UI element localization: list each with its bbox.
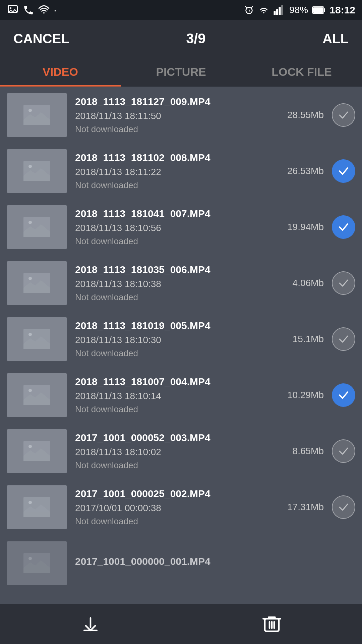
file-item[interactable]: 2018_1113_181127_009.MP4 2018/11/13 18:1… <box>0 87 362 143</box>
tab-bar: VIDEO PICTURE LOCK FILE <box>0 57 362 87</box>
file-name: 2018_1113_181127_009.MP4 <box>75 96 279 107</box>
file-size: 17.31Mb <box>287 502 324 513</box>
file-thumbnail <box>7 205 67 249</box>
svg-point-25 <box>28 277 32 280</box>
file-list: 2018_1113_181127_009.MP4 2018/11/13 18:1… <box>0 87 362 591</box>
file-item[interactable]: 2017_1001_000052_003.MP4 2018/11/13 18:1… <box>0 423 362 479</box>
svg-point-17 <box>28 165 32 168</box>
file-date: 2018/11/13 18:10:56 <box>75 223 279 233</box>
select-all-button[interactable]: ALL <box>322 31 349 46</box>
file-checkbox[interactable] <box>332 103 355 127</box>
svg-point-1 <box>10 7 12 9</box>
file-name: 2017_1001_000000_001.MP4 <box>75 556 347 567</box>
cancel-button[interactable]: CANCEL <box>13 31 69 46</box>
file-thumbnail <box>7 317 67 361</box>
file-info: 2018_1113_181007_004.MP4 2018/11/13 18:1… <box>67 376 287 415</box>
tab-video[interactable]: VIDEO <box>0 57 121 87</box>
delete-icon <box>262 615 281 634</box>
file-date: 2018/11/13 18:11:22 <box>75 167 279 177</box>
file-item[interactable]: 2017_1001_000025_002.MP4 2017/10/01 00:0… <box>0 479 362 535</box>
file-date: 2018/11/13 18:11:50 <box>75 111 279 121</box>
file-size: 10.29Mb <box>287 390 324 400</box>
file-status: Not downloaded <box>75 516 279 527</box>
file-status: Not downloaded <box>75 180 279 191</box>
alarm-icon <box>244 5 254 15</box>
download-icon <box>81 615 100 634</box>
file-name: 2017_1001_000025_002.MP4 <box>75 488 279 499</box>
svg-point-21 <box>28 221 32 224</box>
file-item[interactable]: 2018_1113_181041_007.MP4 2018/11/13 18:1… <box>0 199 362 255</box>
bottom-bar <box>0 604 362 644</box>
file-info: 2018_1113_181035_006.MP4 2018/11/13 18:1… <box>67 264 293 303</box>
file-info: 2018_1113_181102_008.MP4 2018/11/13 18:1… <box>67 152 287 191</box>
file-checkbox[interactable] <box>332 215 355 239</box>
status-right-icons: 98% 18:12 <box>244 4 355 16</box>
file-checkbox[interactable] <box>332 383 355 407</box>
wifi-small-icon <box>258 5 269 15</box>
svg-point-4 <box>263 12 264 13</box>
file-thumbnail <box>7 93 67 137</box>
file-date: 2018/11/13 18:10:02 <box>75 447 285 458</box>
file-thumbnail <box>7 149 67 193</box>
file-item[interactable]: 2018_1113_181102_008.MP4 2018/11/13 18:1… <box>0 143 362 199</box>
file-thumbnail <box>7 429 67 473</box>
file-date: 2018/11/13 18:10:14 <box>75 391 279 401</box>
file-status: Not downloaded <box>75 292 285 303</box>
file-status: Not downloaded <box>75 236 279 247</box>
gallery-icon <box>7 4 19 16</box>
svg-point-13 <box>28 109 32 112</box>
wifi-icon <box>38 4 50 16</box>
file-status: Not downloaded <box>75 460 285 471</box>
file-size: 4.06Mb <box>293 278 324 288</box>
file-checkbox[interactable] <box>332 439 355 463</box>
battery-icon <box>312 5 325 15</box>
svg-point-45 <box>28 557 32 560</box>
svg-point-29 <box>28 333 32 336</box>
file-size: 8.65Mb <box>293 446 324 457</box>
file-name: 2017_1001_000052_003.MP4 <box>75 432 285 443</box>
download-button[interactable] <box>0 615 181 634</box>
file-item[interactable]: 2018_1113_181007_004.MP4 2018/11/13 18:1… <box>0 367 362 423</box>
file-name: 2018_1113_181102_008.MP4 <box>75 152 279 163</box>
file-info: 2018_1113_181041_007.MP4 2018/11/13 18:1… <box>67 208 287 247</box>
svg-rect-11 <box>313 7 323 13</box>
file-checkbox[interactable] <box>332 327 355 351</box>
file-checkbox[interactable] <box>332 271 355 295</box>
file-thumbnail <box>7 541 67 585</box>
file-checkbox[interactable] <box>332 495 355 519</box>
delete-button[interactable] <box>181 615 362 634</box>
file-item[interactable]: 2017_1001_000000_001.MP4 <box>0 535 362 591</box>
file-name: 2018_1113_181041_007.MP4 <box>75 208 279 219</box>
svg-rect-5 <box>274 11 276 15</box>
file-date: 2018/11/13 18:10:30 <box>75 335 285 345</box>
tab-lockfile[interactable]: LOCK FILE <box>241 57 362 87</box>
svg-point-41 <box>28 501 32 504</box>
file-item[interactable]: 2018_1113_181019_005.MP4 2018/11/13 18:1… <box>0 311 362 367</box>
file-thumbnail <box>7 485 67 529</box>
tab-picture[interactable]: PICTURE <box>121 57 241 87</box>
file-item[interactable]: 2018_1113_181035_006.MP4 2018/11/13 18:1… <box>0 255 362 311</box>
file-name: 2018_1113_181019_005.MP4 <box>75 320 285 331</box>
file-size: 19.94Mb <box>287 222 324 232</box>
phone-icon <box>23 4 34 16</box>
svg-rect-10 <box>324 8 325 12</box>
battery-percent: 98% <box>289 5 308 15</box>
file-thumbnail <box>7 261 67 305</box>
signal-icon <box>273 5 285 15</box>
file-date: 2018/11/13 18:10:38 <box>75 279 285 289</box>
file-info: 2018_1113_181127_009.MP4 2018/11/13 18:1… <box>67 96 287 135</box>
file-size: 28.55Mb <box>287 110 324 120</box>
file-status: Not downloaded <box>75 348 285 359</box>
top-bar: CANCEL 3/9 ALL <box>0 20 362 57</box>
status-time: 18:12 <box>329 4 355 16</box>
status-left-icons: · <box>7 4 57 16</box>
svg-rect-7 <box>279 7 281 15</box>
status-dot: · <box>54 4 57 16</box>
file-info: 2018_1113_181019_005.MP4 2018/11/13 18:1… <box>67 320 293 359</box>
file-info: 2017_1001_000025_002.MP4 2017/10/01 00:0… <box>67 488 287 527</box>
file-name: 2018_1113_181007_004.MP4 <box>75 376 279 387</box>
file-status: Not downloaded <box>75 404 279 415</box>
svg-rect-6 <box>276 9 278 15</box>
file-checkbox[interactable] <box>332 159 355 183</box>
file-status: Not downloaded <box>75 124 279 135</box>
